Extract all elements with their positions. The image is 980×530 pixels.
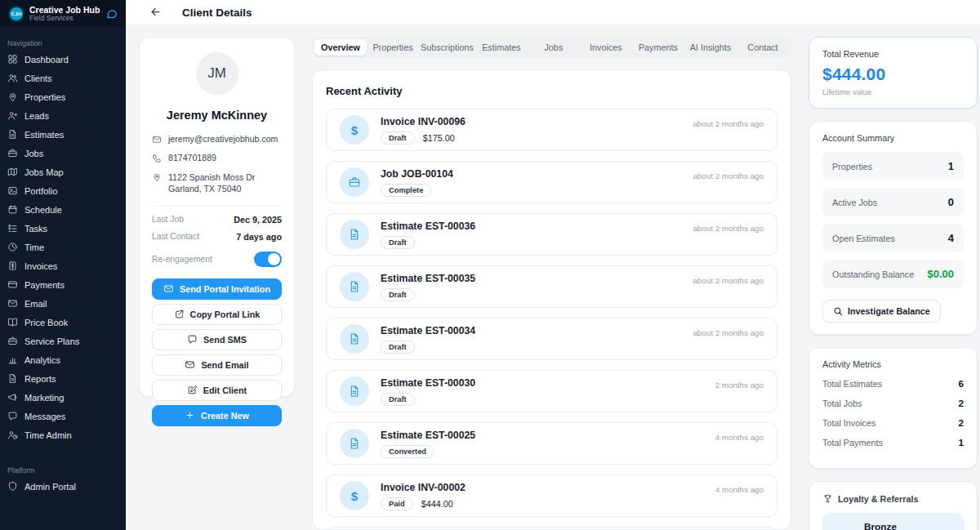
- sidebar-item-dashboard[interactable]: Dashboard: [0, 50, 126, 69]
- sidebar-item-label: Estimates: [24, 130, 64, 140]
- activity-item[interactable]: $Invoice INV-00002Paid$444.004 months ag…: [326, 474, 777, 517]
- tab-jobs[interactable]: Jobs: [528, 39, 580, 56]
- activity-item-partial: [326, 527, 777, 530]
- investigate-balance-button[interactable]: Investigate Balance: [822, 300, 941, 323]
- users-icon: [7, 73, 18, 83]
- sidebar-item-admin-portal[interactable]: Admin Portal: [0, 477, 126, 496]
- metric-value: 2: [958, 398, 964, 409]
- sidebar-item-label: Time: [24, 243, 44, 252]
- summary-row-outstanding-balance: Outstanding Balance$0.00: [822, 260, 964, 288]
- sidebar-item-analytics[interactable]: Analytics: [0, 350, 126, 369]
- reengagement-toggle[interactable]: [254, 252, 282, 267]
- sidebar-item-leads[interactable]: Leads: [0, 106, 126, 125]
- summary-label: Active Jobs: [832, 198, 877, 207]
- tab-subscriptions[interactable]: Subscriptions: [419, 39, 475, 56]
- summary-label: Properties: [832, 162, 872, 171]
- metric-row-total-jobs: Total Jobs2: [822, 398, 964, 409]
- activity-item[interactable]: Estimate EST-00036Draftabout 2 months ag…: [326, 213, 777, 256]
- send-email-button[interactable]: Send Email: [152, 354, 282, 376]
- tab-invoices[interactable]: Invoices: [580, 39, 632, 56]
- activity-item[interactable]: Estimate EST-00030Draft2 months ago: [326, 370, 777, 412]
- sidebar-item-messages[interactable]: Messages: [0, 407, 126, 425]
- sidebar: CJH Creative Job Hub Field Services Navi…: [0, 0, 126, 530]
- platform-section-label: Platform: [0, 454, 126, 477]
- user-clock-icon: [7, 430, 18, 440]
- create-new-button[interactable]: Create New: [152, 405, 282, 426]
- chat-bubble-icon[interactable]: [106, 8, 118, 20]
- mail-icon: [7, 298, 18, 309]
- briefcase-icon: [348, 176, 361, 189]
- external-icon: [174, 309, 185, 319]
- sidebar-item-clients[interactable]: Clients: [0, 69, 126, 87]
- briefcase-icon: [7, 336, 18, 346]
- sidebar-item-service-plans[interactable]: Service Plans: [0, 332, 126, 350]
- sidebar-item-tasks[interactable]: Tasks: [0, 219, 126, 238]
- back-arrow-icon[interactable]: [149, 6, 163, 19]
- activity-item[interactable]: Estimate EST-00025Converted4 months ago: [326, 422, 777, 465]
- tab-contact[interactable]: Contact: [737, 39, 789, 56]
- content-area: JM Jeremy McKinney jeremy@creativejobhub…: [126, 24, 980, 530]
- summary-value: 0: [948, 196, 954, 208]
- sidebar-item-invoices[interactable]: Invoices: [0, 256, 126, 275]
- avatar: JM: [196, 52, 238, 95]
- sidebar-item-payments[interactable]: Payments: [0, 275, 126, 294]
- metric-label: Total Estimates: [822, 379, 882, 389]
- sidebar-item-label: Jobs: [24, 149, 43, 158]
- megaphone-icon: [7, 392, 18, 403]
- sidebar-item-schedule[interactable]: Schedule: [0, 200, 126, 219]
- doc-circle: [340, 220, 369, 249]
- sidebar-item-time[interactable]: Time: [0, 238, 126, 256]
- divider: [152, 206, 282, 207]
- status-badge: Draft: [381, 341, 415, 354]
- reengagement-label: Re-engagement: [152, 255, 212, 264]
- sidebar-item-portfolio[interactable]: Portfolio: [0, 181, 126, 200]
- send-portal-invitation-button[interactable]: Send Portal Invitation: [152, 278, 282, 300]
- activity-timestamp: about 2 months ago: [693, 171, 764, 180]
- client-email-row: jeremy@creativejobhub.com: [152, 134, 282, 145]
- last-contact-row: Last Contact 7 days ago: [152, 232, 282, 242]
- report-icon: [7, 373, 18, 384]
- tab-overview[interactable]: Overview: [314, 39, 367, 56]
- loyalty-title: Loyalty & Referrals: [838, 494, 918, 504]
- summary-value: 1: [948, 160, 954, 172]
- sidebar-item-reports[interactable]: Reports: [0, 369, 126, 388]
- total-revenue-value: $444.00: [822, 65, 964, 84]
- last-contact-label: Last Contact: [152, 232, 199, 241]
- sidebar-item-jobs[interactable]: Jobs: [0, 144, 126, 163]
- edit-client-button[interactable]: Edit Client: [152, 380, 282, 401]
- summary-row-active-jobs: Active Jobs0: [822, 188, 964, 216]
- activity-item[interactable]: Job JOB-00104Completeabout 2 months ago: [326, 161, 777, 203]
- activity-item[interactable]: Estimate EST-00035Draftabout 2 months ag…: [326, 265, 777, 308]
- sidebar-item-marketing[interactable]: Marketing: [0, 388, 126, 407]
- dollar-icon: $: [340, 481, 369, 510]
- sidebar-item-estimates[interactable]: Estimates: [0, 125, 126, 144]
- last-job-row: Last Job Dec 9, 2025: [152, 215, 282, 225]
- tab-estimates[interactable]: Estimates: [475, 39, 528, 56]
- activity-item[interactable]: Estimate EST-00034Draftabout 2 months ag…: [326, 318, 777, 360]
- sidebar-item-price-book[interactable]: Price Book: [0, 313, 126, 332]
- sidebar-item-time-admin[interactable]: Time Admin: [0, 425, 126, 444]
- activity-item[interactable]: $Invoice INV-00096Draft$175.00about 2 mo…: [326, 109, 777, 151]
- lifetime-value-label: Lifetime value: [822, 87, 964, 96]
- status-badge: Paid: [381, 497, 413, 510]
- tasks-icon: [7, 223, 18, 234]
- sidebar-item-label: Schedule: [24, 205, 62, 215]
- metric-label: Total Jobs: [822, 399, 862, 408]
- sidebar-platform-list: Admin Portal: [0, 477, 126, 496]
- sidebar-item-jobs-map[interactable]: Jobs Map: [0, 163, 126, 181]
- tab-payments[interactable]: Payments: [632, 39, 684, 56]
- member-tier: Bronze Member: [864, 521, 925, 530]
- client-name: Jeremy McKinney: [152, 109, 282, 122]
- doc-circle: [340, 324, 369, 354]
- total-revenue-label: Total Revenue: [822, 49, 964, 59]
- tab-properties[interactable]: Properties: [367, 39, 419, 56]
- sidebar-item-properties[interactable]: Properties: [0, 87, 126, 106]
- send-sms-button[interactable]: Send SMS: [152, 329, 282, 350]
- chat-icon: [7, 411, 18, 421]
- recent-activity-card: Recent Activity $Invoice INV-00096Draft$…: [312, 69, 791, 530]
- copy-portal-link-button[interactable]: Copy Portal Link: [152, 304, 282, 325]
- tab-ai-insights[interactable]: AI Insights: [684, 39, 737, 56]
- sidebar-item-email[interactable]: Email: [0, 294, 126, 313]
- search-icon: [833, 306, 843, 316]
- activity-list: $Invoice INV-00096Draft$175.00about 2 mo…: [326, 109, 777, 530]
